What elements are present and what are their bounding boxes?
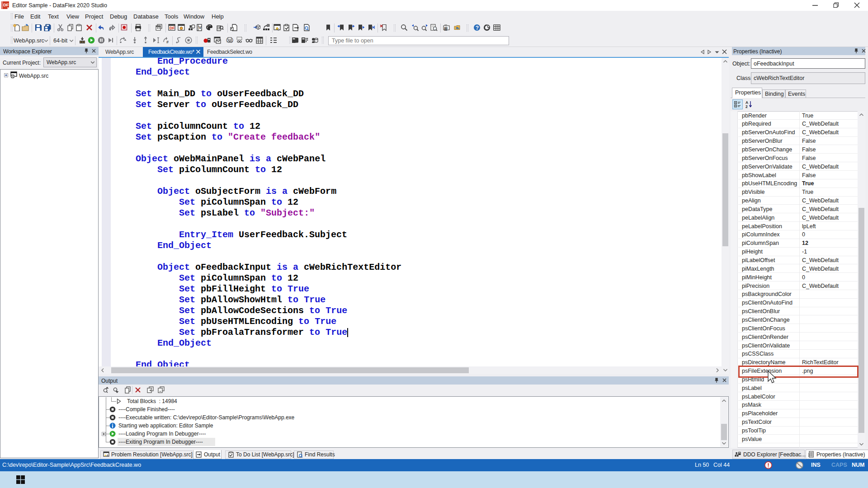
- svg-text:?: ?: [476, 25, 479, 31]
- svg-text:): ): [232, 37, 234, 42]
- svg-text:DF: DF: [170, 26, 175, 30]
- svg-text:V: V: [199, 25, 202, 30]
- svg-text:2: 2: [745, 104, 748, 108]
- svg-text:sc: sc: [444, 28, 448, 31]
- svg-text:#: #: [166, 40, 169, 44]
- svg-text:(: (: [226, 37, 228, 42]
